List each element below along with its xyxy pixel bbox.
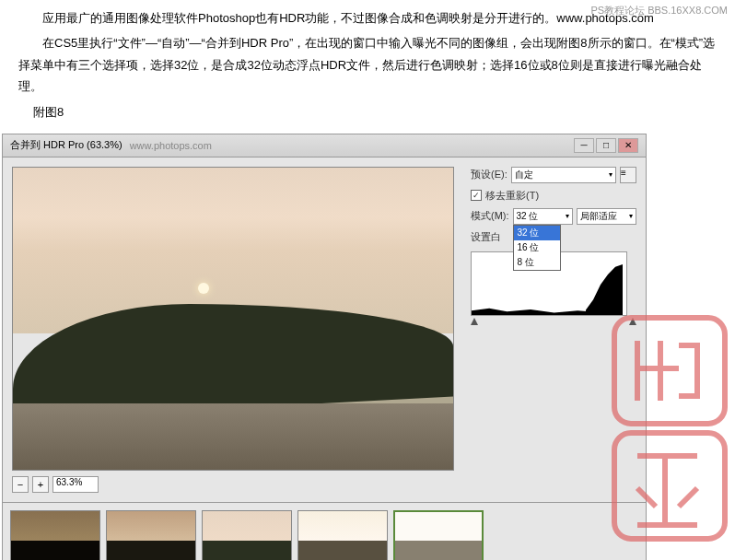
thumbnail-1[interactable]: ✓曝光值 (EV)+1.00 bbox=[10, 510, 100, 560]
figure-caption: 附图8 bbox=[33, 101, 717, 122]
zoom-in-button[interactable]: + bbox=[32, 476, 49, 493]
histogram-marker-left[interactable] bbox=[471, 318, 478, 325]
mode-label: 模式(M): bbox=[471, 209, 509, 223]
minimize-button[interactable]: ─ bbox=[574, 138, 594, 153]
paragraph-2: 在CS5里执行“文件”—“自动”—“合并到HDR Pro”，在出现的窗口中输入曝… bbox=[18, 32, 717, 97]
maximize-button[interactable]: □ bbox=[596, 138, 616, 153]
image-preview[interactable] bbox=[12, 167, 454, 471]
preview-water bbox=[13, 403, 453, 470]
mode-option-8[interactable]: 8 位 bbox=[514, 255, 560, 270]
dialog-title: 合并到 HDR Pro (63.3%) bbox=[10, 138, 122, 152]
remove-ghost-checkbox[interactable]: ✓ bbox=[471, 190, 482, 201]
histogram-shadows bbox=[472, 304, 589, 315]
seal-stamp bbox=[610, 313, 729, 543]
preset-label: 预设(E): bbox=[471, 168, 508, 181]
mode-select[interactable]: 32 位▾ 32 位 16 位 8 位 bbox=[513, 208, 573, 225]
thumbnail-3[interactable]: ✓曝光值 (EV)+0.00 bbox=[202, 510, 292, 560]
histogram-highlights bbox=[586, 264, 623, 315]
zoom-out-button[interactable]: − bbox=[12, 476, 29, 493]
preset-menu-button[interactable]: ≡ bbox=[620, 167, 636, 183]
set-white-label: 设置白 bbox=[471, 230, 501, 244]
thumbnail-2[interactable]: ✓曝光值 (EV)+0.00 bbox=[106, 510, 196, 560]
title-watermark: www.photops.com bbox=[130, 140, 212, 151]
page-watermark: PS教程论坛 BBS.16XX8.COM bbox=[590, 4, 728, 18]
thumbnail-5[interactable]: ✓曝光值 (EV)-2.00 bbox=[393, 510, 484, 560]
dialog-titlebar[interactable]: 合并到 HDR Pro (63.3%) www.photops.com ─ □ … bbox=[2, 134, 647, 157]
remove-ghost-label: 移去重影(T) bbox=[485, 189, 539, 203]
close-button[interactable]: ✕ bbox=[618, 138, 638, 153]
hdr-pro-dialog: 合并到 HDR Pro (63.3%) www.photops.com ─ □ … bbox=[2, 134, 647, 560]
mode-dropdown: 32 位 16 位 8 位 bbox=[513, 225, 561, 271]
local-adapt-select[interactable]: 局部适应▾ bbox=[577, 208, 636, 225]
thumbnail-4[interactable]: ✓曝光值 (EV)-1.00 bbox=[298, 510, 388, 560]
article-body: 应用最广的通用图像处理软件Photoshop也有HDR功能，不过图像合成和色调映… bbox=[0, 0, 735, 134]
preset-select[interactable]: 自定▾ bbox=[511, 167, 616, 183]
preview-sun bbox=[198, 283, 209, 294]
mode-option-32[interactable]: 32 位 bbox=[514, 226, 560, 240]
mode-option-16[interactable]: 16 位 bbox=[514, 240, 560, 255]
thumbnail-strip: ✓曝光值 (EV)+1.00 ✓曝光值 (EV)+0.00 ✓曝光值 (EV)+… bbox=[2, 503, 647, 560]
zoom-input[interactable]: 63.3% bbox=[52, 476, 99, 493]
